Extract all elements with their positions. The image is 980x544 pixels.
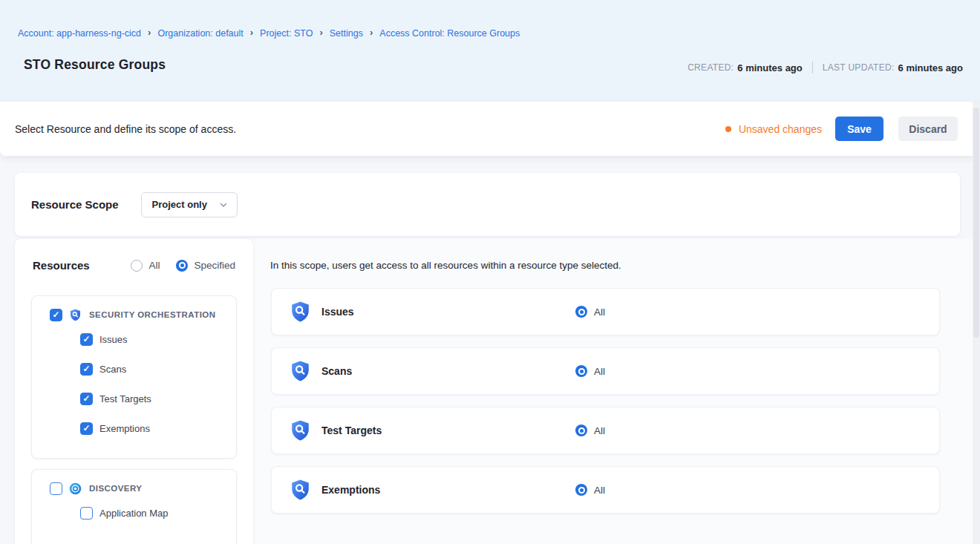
tree-item-exemptions[interactable]: Exemptions — [80, 413, 226, 443]
chevron-right-icon: › — [319, 27, 322, 38]
resource-card-title: Issues — [321, 306, 354, 318]
resources-mode-options: All Specified — [131, 260, 235, 272]
sto-resource-groups-page: Account: app-harness-ng-cicd › Organizat… — [0, 0, 980, 544]
checkbox-checked-icon[interactable] — [80, 333, 93, 346]
resource-group-discovery: DISCOVERY Application Map — [31, 469, 237, 544]
tree-group-label: DISCOVERY — [89, 484, 142, 493]
resource-scope-value: Project only — [152, 199, 207, 210]
resource-group-security-orchestration: SECURITY ORCHESTRATION Issues Scans Test… — [31, 295, 237, 459]
checkbox-checked-icon[interactable] — [80, 363, 93, 376]
access-option-label: All — [594, 366, 605, 377]
chevron-right-icon: › — [250, 27, 253, 38]
resource-card-left: Scans — [290, 360, 575, 382]
resource-card-test-targets: Test Targets All — [271, 407, 940, 454]
checkbox-unchecked-icon[interactable] — [80, 507, 93, 520]
resource-card-left: Test Targets — [290, 419, 575, 442]
radio-option-all-label: All — [148, 260, 160, 271]
access-option-all[interactable]: All — [575, 306, 605, 318]
unsaved-changes-label: Unsaved changes — [739, 123, 822, 135]
save-button[interactable]: Save — [835, 117, 883, 141]
resource-card-scans: Scans All — [271, 347, 940, 395]
access-option-label: All — [594, 307, 605, 318]
resource-card-title: Exemptions — [321, 484, 380, 496]
resource-scope-dropdown[interactable]: Project only — [141, 192, 238, 217]
resource-scope-card: Resource Scope Project only — [15, 173, 960, 236]
checkbox-checked-icon[interactable] — [80, 422, 93, 435]
breadcrumb-organization[interactable]: Organization: default — [157, 28, 243, 39]
tree-group-label: SECURITY ORCHESTRATION — [89, 310, 216, 319]
radio-selected-icon[interactable] — [176, 260, 188, 272]
resources-title: Resources — [33, 259, 90, 272]
last-updated-value: 6 minutes ago — [898, 62, 963, 73]
access-option-all[interactable]: All — [575, 484, 605, 496]
radio-icon[interactable] — [131, 260, 143, 272]
breadcrumb-settings[interactable]: Settings — [330, 28, 363, 39]
radio-option-specified[interactable]: Specified — [176, 260, 235, 272]
tree-item-label: Application Map — [99, 508, 169, 519]
page-title: STO Resource Groups — [24, 57, 166, 73]
resources-panel: Resources All Specified SECURITY ORCHES — [15, 239, 253, 544]
radio-selected-icon[interactable] — [575, 484, 587, 496]
header-meta: CREATED: 6 minutes ago LAST UPDATED: 6 m… — [687, 62, 963, 73]
page-header: Account: app-harness-ng-cicd › Organizat… — [0, 0, 980, 102]
breadcrumb-project[interactable]: Project: STO — [260, 28, 313, 39]
tree-item-label: Scans — [99, 364, 126, 375]
unsaved-changes-indicator: Unsaved changes — [725, 123, 822, 135]
tree-item-scans[interactable]: Scans — [80, 354, 226, 384]
tree-item-issues[interactable]: Issues — [80, 324, 226, 354]
scrollbar-thumb[interactable] — [973, 108, 979, 338]
chevron-right-icon: › — [370, 27, 373, 38]
discard-button[interactable]: Discard — [898, 117, 958, 141]
resources-panel-header: Resources All Specified — [15, 239, 253, 272]
checkbox-unchecked-icon[interactable] — [50, 482, 62, 495]
created-label: CREATED: — [687, 62, 734, 73]
breadcrumb-account[interactable]: Account: app-harness-ng-cicd — [18, 28, 141, 39]
access-option-all[interactable]: All — [575, 425, 605, 436]
resource-card-exemptions: Exemptions All — [271, 466, 940, 514]
resource-scope-label: Resource Scope — [31, 198, 119, 211]
action-toolbar: Select Resource and define its scope of … — [0, 102, 980, 156]
resource-card-left: Issues — [290, 301, 575, 323]
breadcrumb: Account: app-harness-ng-cicd › Organizat… — [18, 27, 520, 39]
tree-item-label: Exemptions — [99, 423, 150, 434]
sto-shield-icon — [69, 309, 82, 321]
radio-option-specified-label: Specified — [194, 260, 235, 271]
sto-shield-icon — [290, 360, 310, 382]
tree-item-test-targets[interactable]: Test Targets — [80, 384, 226, 413]
meta-divider — [812, 62, 813, 73]
access-option-label: All — [594, 425, 605, 436]
last-updated-label: LAST UPDATED: — [823, 62, 895, 73]
discovery-icon — [69, 482, 82, 495]
scope-info-text: In this scope, users get access to all r… — [270, 260, 621, 271]
resource-card-issues: Issues All — [271, 288, 940, 335]
tree-item-label: Test Targets — [99, 393, 151, 404]
toolbar-actions: Unsaved changes Save Discard — [725, 117, 958, 141]
sto-shield-icon — [290, 301, 310, 323]
created-value: 6 minutes ago — [737, 62, 802, 73]
sto-shield-icon — [290, 479, 310, 501]
tree-group-row[interactable]: DISCOVERY — [50, 479, 226, 498]
radio-selected-icon[interactable] — [575, 365, 587, 377]
access-option-label: All — [594, 485, 605, 496]
resource-card-title: Scans — [321, 365, 352, 377]
resource-card-title: Test Targets — [321, 425, 382, 436]
scrollbar-track[interactable] — [973, 102, 980, 544]
resource-card-left: Exemptions — [290, 479, 575, 501]
access-option-all[interactable]: All — [575, 365, 605, 377]
tree-group-row[interactable]: SECURITY ORCHESTRATION — [50, 305, 226, 324]
chevron-right-icon: › — [148, 27, 151, 38]
radio-selected-icon[interactable] — [575, 306, 587, 318]
tree-item-application-map[interactable]: Application Map — [80, 498, 226, 528]
tree-item-label: Issues — [99, 334, 128, 345]
radio-option-all[interactable]: All — [131, 260, 160, 272]
checkbox-checked-icon[interactable] — [80, 393, 93, 405]
radio-selected-icon[interactable] — [575, 425, 587, 436]
breadcrumb-access-control[interactable]: Access Control: Resource Groups — [379, 28, 520, 39]
toolbar-description: Select Resource and define its scope of … — [15, 123, 236, 135]
unsaved-dot-icon — [725, 126, 731, 132]
checkbox-checked-icon[interactable] — [50, 309, 62, 321]
sto-shield-icon — [290, 419, 310, 442]
chevron-down-icon — [219, 200, 228, 209]
